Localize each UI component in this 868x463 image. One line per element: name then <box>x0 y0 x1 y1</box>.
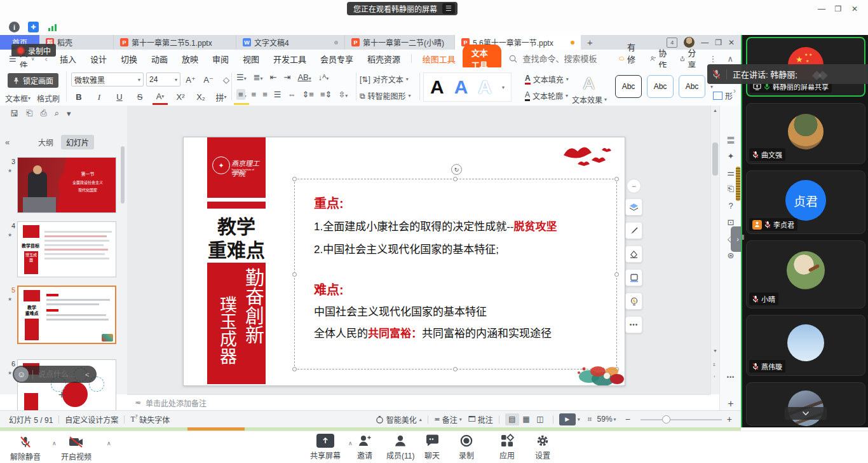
missing-font-button[interactable]: T? 缺失字体 <box>130 414 170 425</box>
participant-tile[interactable]: 小晴 <box>746 240 865 308</box>
command-search[interactable] <box>509 53 619 64</box>
text-direction-button[interactable]: AB▾ <box>297 73 311 82</box>
settings-button[interactable]: 设置 <box>535 434 550 460</box>
font-family-select[interactable]: 微软雅黑▾ <box>71 73 144 86</box>
font-size-select[interactable]: 24▾ <box>146 73 180 86</box>
chat-button[interactable]: 聊天 <box>424 434 440 460</box>
strikethrough-button[interactable]: S <box>132 90 147 104</box>
unmute-options-caret[interactable]: ∧ <box>52 440 57 446</box>
unmute-button[interactable]: 解除静音 <box>10 435 41 462</box>
slide-thumbnail-3[interactable]: 第一节 全面建设社会主义 现代化国家 <box>17 157 116 213</box>
menu-tab-insert[interactable]: 插入 <box>53 53 83 65</box>
tab-document-3[interactable]: P 第十一章第一二节(小晴) <box>345 35 455 50</box>
zoom-slider-knob[interactable] <box>662 415 670 424</box>
apps-button[interactable]: 应用 <box>499 434 515 460</box>
text-effect-button[interactable]: 文本效果▾ <box>572 94 607 105</box>
menu-tab-review[interactable]: 审阅 <box>205 53 236 65</box>
participant-tile[interactable]: 曲文强 <box>746 103 865 164</box>
menu-tab-animation[interactable]: 动画 <box>144 53 175 65</box>
superscript-button[interactable]: X² <box>173 90 188 104</box>
scroll-up-button[interactable]: ▲ <box>713 108 717 113</box>
menu-tab-devtools[interactable]: 开发工具 <box>266 53 313 65</box>
scrollbar-thumb[interactable] <box>712 142 718 176</box>
zoom-slider-track[interactable] <box>641 419 722 420</box>
more-menu-button[interactable]: ⋮ <box>709 54 717 64</box>
beautify-button[interactable]: 智能美化▴ <box>376 414 422 425</box>
share-screen-button[interactable]: 共享屏幕 <box>310 434 341 460</box>
frame-button[interactable] <box>625 269 642 286</box>
ai-sparkle-button[interactable]: ✦ <box>720 148 742 164</box>
phonetic-guide-button[interactable]: 拼▾ <box>214 90 229 104</box>
numbering-button[interactable]: ≣▾ <box>254 73 263 82</box>
bullets-button[interactable]: ☰▾ <box>236 73 247 82</box>
increase-indent-button[interactable]: ⇥ <box>284 73 291 82</box>
increase-font-button[interactable]: A⁺ <box>183 73 198 86</box>
spacing-options-button[interactable]: ⇳▾ <box>338 90 348 99</box>
tab-slides[interactable]: 幻灯片 <box>61 135 94 149</box>
selection-handle[interactable] <box>453 367 458 371</box>
quickbar-more-button[interactable]: ▾ <box>67 109 71 118</box>
format-painter-button[interactable]: 格式刷 <box>37 93 60 104</box>
print-preview-button[interactable]: ⌕ <box>55 108 59 118</box>
comments-button[interactable]: 🗔批注 <box>468 414 493 425</box>
subscript-button[interactable]: X₂ <box>193 90 208 104</box>
selection-handle[interactable] <box>292 177 297 181</box>
more-tools-button[interactable]: ••• <box>625 316 642 333</box>
zoom-in-button[interactable]: + <box>727 414 732 424</box>
info-icon[interactable]: i <box>9 22 20 32</box>
new-tab-button[interactable]: + <box>581 35 599 50</box>
collapse-tools-button[interactable]: − <box>627 179 641 193</box>
zoom-level[interactable]: 59%▾ <box>597 415 616 424</box>
layers-button[interactable] <box>625 198 642 216</box>
menu-tab-view[interactable]: 视图 <box>236 53 266 65</box>
menu-tab-member[interactable]: 会员专享 <box>313 53 360 65</box>
collapse-ribbon-button[interactable]: ∧ <box>727 54 733 64</box>
record-button[interactable]: 录制 <box>459 434 474 460</box>
tab-document-2[interactable]: W 文字文稿4 <box>236 35 345 50</box>
canvas-scrollbar[interactable]: ▲ ▼ ⍏ ⍖ <box>710 106 720 394</box>
line-spacing-button[interactable]: ⇕≡ <box>302 90 313 99</box>
slide-thumbnail-4[interactable]: 教学目标 璞玉成器 <box>17 221 116 277</box>
zoom-out-button[interactable]: − <box>625 414 630 424</box>
bold-button[interactable]: B <box>71 90 86 104</box>
slide-canvas[interactable]: ✦ 燕京理工学院 Yanching Institute of Technolog… <box>183 137 625 386</box>
distribute-button[interactable]: ⇔ <box>287 90 295 99</box>
menu-tab-slideshow[interactable]: 放映 <box>175 53 205 65</box>
text-box-button[interactable]: 文本框▾ <box>5 93 31 104</box>
notes-toggle-button[interactable]: ≖备注▾ <box>434 414 462 425</box>
selection-handle[interactable] <box>292 272 297 277</box>
selection-handle[interactable] <box>292 367 297 371</box>
participant-tile[interactable]: 燕伟璇 <box>746 315 865 376</box>
shield-icon[interactable]: ✚ <box>28 22 39 32</box>
save-button[interactable]: 🖫 <box>10 109 18 118</box>
start-video-button[interactable]: 开启视频 <box>61 435 92 462</box>
font-color-button[interactable]: A▾ <box>153 89 168 105</box>
view-normal-button[interactable]: ▤ <box>505 413 519 425</box>
design-scheme-button[interactable]: 自定义设计方案 <box>65 414 118 425</box>
menu-tab-docer-res[interactable]: 稻壳资源 <box>360 53 407 65</box>
collapse-tiles-button[interactable] <box>785 407 827 420</box>
collapse-panel-button[interactable]: « <box>5 137 10 147</box>
selection-handle[interactable] <box>614 177 619 181</box>
selection-handle[interactable] <box>614 272 619 277</box>
text-outline-button[interactable]: A 文本轮廓▾ <box>525 90 568 101</box>
text-fill-button[interactable]: A 文本填充▾ <box>525 74 569 85</box>
align-text-button[interactable]: [⇅] 对齐文本▾ <box>360 74 409 85</box>
members-button[interactable]: 成员(11) <box>386 434 414 460</box>
slide-thumbnail-5-selected[interactable]: 教学重难点 <box>17 286 116 344</box>
wordart-blue[interactable]: A <box>454 76 468 98</box>
rotation-handle[interactable]: ↻ <box>451 164 462 175</box>
print-button[interactable]: ⎙ <box>40 108 46 118</box>
to-smartart-button[interactable]: ⧉ 转智能图形▾ <box>360 90 411 101</box>
share-options-caret[interactable]: ∧ <box>348 440 353 446</box>
video-options-caret[interactable]: ∧ <box>107 440 111 446</box>
sidebar-handle[interactable]: 〓 <box>720 131 742 148</box>
wordart-presets[interactable]: A A A ▾ <box>423 73 512 102</box>
selection-handle[interactable] <box>453 177 458 181</box>
wordart-outline[interactable]: A <box>478 76 492 98</box>
decrease-indent-button[interactable]: ⇤ <box>270 73 277 82</box>
scroll-down-button[interactable]: ▼ <box>713 349 717 353</box>
minimize-button[interactable]: — <box>813 3 830 15</box>
fill-button[interactable] <box>625 245 642 263</box>
participant-tile[interactable]: 贞君 李贞君 <box>746 170 865 234</box>
